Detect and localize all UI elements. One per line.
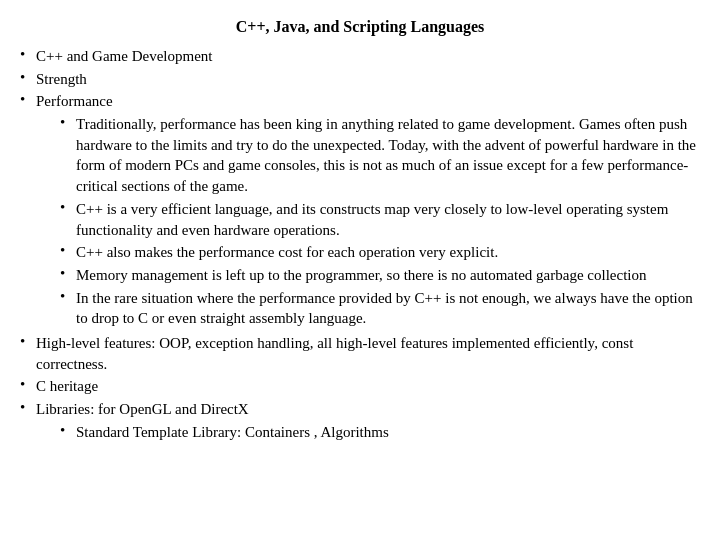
list-item: • Standard Template Library: Containers … xyxy=(60,422,700,443)
bullet-text: In the rare situation where the performa… xyxy=(76,288,700,329)
bullet-text: C heritage xyxy=(36,376,700,397)
bullet-marker: • xyxy=(20,376,36,393)
page-title: C++, Java, and Scripting Languages xyxy=(20,18,700,36)
bullet-marker: • xyxy=(20,46,36,63)
bullet-marker: • xyxy=(60,288,76,305)
bullet-marker: • xyxy=(20,69,36,86)
list-item: • C heritage xyxy=(20,376,700,397)
bullet-marker: • xyxy=(20,91,36,108)
list-item: • Performance xyxy=(20,91,700,112)
page: C++, Java, and Scripting Languages • C++… xyxy=(0,0,720,540)
bullet-text: High-level features: OOP, exception hand… xyxy=(36,333,700,374)
list-item: • Libraries: for OpenGL and DirectX xyxy=(20,399,700,420)
bullet-marker: • xyxy=(60,242,76,259)
bullet-marker: • xyxy=(60,114,76,131)
bullet-text: Traditionally, performance has been king… xyxy=(76,114,700,197)
bullet-marker: • xyxy=(20,399,36,416)
bullet-marker: • xyxy=(60,265,76,282)
bullet-text: C++ is a very efficient language, and it… xyxy=(76,199,700,240)
bullet-marker: • xyxy=(60,422,76,439)
list-item: • Memory management is left up to the pr… xyxy=(60,265,700,286)
bullet-text: Performance xyxy=(36,91,700,112)
bullet-text: Strength xyxy=(36,69,700,90)
list-item: • Traditionally, performance has been ki… xyxy=(60,114,700,197)
bullet-marker: • xyxy=(20,333,36,350)
list-item: • C++ and Game Development xyxy=(20,46,700,67)
list-item: • C++ also makes the performance cost fo… xyxy=(60,242,700,263)
bullet-text: Memory management is left up to the prog… xyxy=(76,265,700,286)
bullet-text: C++ and Game Development xyxy=(36,46,700,67)
list-item: • High-level features: OOP, exception ha… xyxy=(20,333,700,374)
bullet-text: C++ also makes the performance cost for … xyxy=(76,242,700,263)
list-item: • Strength xyxy=(20,69,700,90)
bullet-marker: • xyxy=(60,199,76,216)
list-item: • C++ is a very efficient language, and … xyxy=(60,199,700,240)
bullet-text: Standard Template Library: Containers , … xyxy=(76,422,700,443)
bullet-text: Libraries: for OpenGL and DirectX xyxy=(36,399,700,420)
list-item: • In the rare situation where the perfor… xyxy=(60,288,700,329)
